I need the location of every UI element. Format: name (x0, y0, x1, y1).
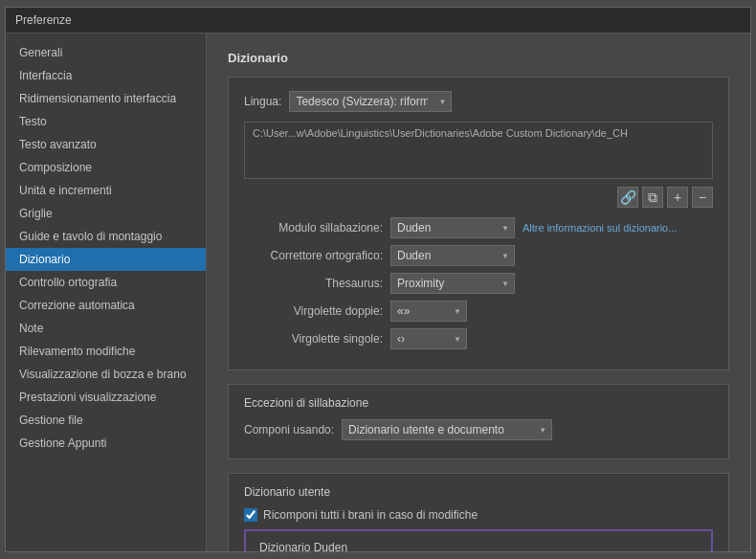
virgolette-doppie-select-wrapper: «» (390, 301, 467, 322)
ricomponi-row: Ricomponi tutti i brani in caso di modif… (244, 508, 713, 522)
sidebar-item-17[interactable]: Gestione Appunti (6, 432, 206, 455)
remove-icon-button[interactable]: − (692, 187, 713, 208)
sidebar-item-13[interactable]: Rilevamento modifiche (6, 340, 206, 363)
dizionario-box: Lingua: Tedesco (Svizzera): riforma 2006… (228, 77, 729, 370)
eccezioni-title: Eccezioni di sillabazione (244, 396, 713, 410)
duden-title: Dizionario Duden (259, 541, 698, 551)
sidebar-item-15[interactable]: Prestazioni visualizzazione (6, 386, 206, 409)
virgolette-singole-label: Virgolette singole: (244, 332, 383, 346)
altre-info-link[interactable]: Altre informazioni sul dizionario... (523, 222, 677, 234)
sidebar-item-0[interactable]: Generali (6, 41, 206, 64)
componi-select[interactable]: Dizionario utente e documentoDizionario … (342, 419, 552, 440)
sidebar-item-16[interactable]: Gestione file (6, 409, 206, 432)
sidebar-item-5[interactable]: Composizione (6, 156, 206, 179)
sidebar-item-14[interactable]: Visualizzazione di bozza e brano (6, 363, 206, 386)
correttore-select-wrapper: DudenStandard (390, 245, 515, 266)
sidebar-item-7[interactable]: Griglie (6, 202, 206, 225)
thesaurus-row: Thesaurus: ProximityStandard (244, 273, 713, 294)
lingua-label: Lingua: (244, 95, 281, 108)
sidebar-item-12[interactable]: Note (6, 317, 206, 340)
window-title: Preferenze (15, 13, 72, 27)
sidebar-item-6[interactable]: Unità e incrementi (6, 179, 206, 202)
duden-box: Dizionario Duden Mostra opzioni di silla… (244, 529, 713, 551)
sidebar-item-4[interactable]: Testo avanzato (6, 133, 206, 156)
modulo-row: Modulo sillabazione: DudenStandard Altre… (244, 217, 713, 238)
modulo-select[interactable]: DudenStandard (390, 217, 515, 238)
eccezioni-box: Eccezioni di sillabazione Componi usando… (228, 384, 729, 459)
preferences-window: Preferenze GeneraliInterfacciaRidimensio… (5, 7, 751, 552)
correttore-label: Correttore ortografico: (244, 249, 383, 262)
sidebar-item-8[interactable]: Guide e tavolo di montaggio (6, 225, 206, 248)
virgolette-doppie-select[interactable]: «» (390, 301, 467, 322)
sidebar-item-1[interactable]: Interfaccia (6, 64, 206, 87)
componi-row: Componi usando: Dizionario utente e docu… (244, 419, 713, 440)
copy-icon-button[interactable]: ⧉ (642, 187, 663, 208)
utente-title: Dizionario utente (244, 485, 713, 499)
modulo-label: Modulo sillabazione: (244, 221, 383, 235)
correttore-row: Correttore ortografico: DudenStandard (244, 245, 713, 266)
icon-row: 🔗 ⧉ + − (244, 187, 713, 208)
thesaurus-label: Thesaurus: (244, 277, 383, 290)
componi-select-wrapper: Dizionario utente e documentoDizionario … (342, 419, 552, 440)
content-area: GeneraliInterfacciaRidimensionamento int… (6, 34, 750, 551)
section-title: Dizionario (228, 51, 729, 65)
virgolette-singole-row: Virgolette singole: ‹› (244, 328, 713, 349)
ricomponi-checkbox[interactable] (244, 508, 257, 522)
sidebar-item-2[interactable]: Ridimensionamento interfaccia (6, 87, 206, 110)
virgolette-doppie-row: Virgolette doppie: «» (244, 301, 713, 322)
sidebar-item-11[interactable]: Correzione automatica (6, 294, 206, 317)
lingua-select[interactable]: Tedesco (Svizzera): riforma 2006Italiano… (289, 91, 452, 112)
link-icon-button[interactable]: 🔗 (617, 187, 638, 208)
correttore-select[interactable]: DudenStandard (390, 245, 515, 266)
virgolette-singole-select[interactable]: ‹› (390, 328, 467, 349)
main-content: Dizionario Lingua: Tedesco (Svizzera): r… (207, 34, 750, 551)
modulo-select-wrapper: DudenStandard (390, 217, 515, 238)
lingua-row: Lingua: Tedesco (Svizzera): riforma 2006… (244, 91, 713, 112)
sidebar-item-3[interactable]: Testo (6, 110, 206, 133)
add-icon-button[interactable]: + (667, 187, 688, 208)
utente-box: Dizionario utente Ricomponi tutti i bran… (228, 473, 729, 551)
thesaurus-select[interactable]: ProximityStandard (390, 273, 515, 294)
virgolette-singole-select-wrapper: ‹› (390, 328, 467, 349)
ricomponi-label[interactable]: Ricomponi tutti i brani in caso di modif… (263, 508, 478, 522)
componi-label: Componi usando: (244, 423, 334, 436)
thesaurus-select-wrapper: ProximityStandard (390, 273, 515, 294)
virgolette-doppie-label: Virgolette doppie: (244, 304, 383, 318)
sidebar-item-10[interactable]: Controllo ortografia (6, 271, 206, 294)
lingua-select-wrapper: Tedesco (Svizzera): riforma 2006Italiano… (289, 91, 452, 112)
sidebar-item-9[interactable]: Dizionario (6, 248, 206, 271)
title-bar: Preferenze (6, 8, 750, 34)
dictionary-path: C:\User...w\Adobe\Linguistics\UserDictio… (244, 122, 713, 179)
sidebar: GeneraliInterfacciaRidimensionamento int… (6, 34, 207, 551)
